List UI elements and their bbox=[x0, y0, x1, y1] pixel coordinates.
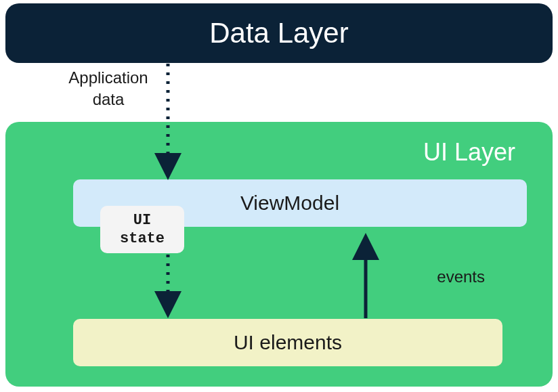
ui-elements-label: UI elements bbox=[234, 331, 342, 354]
ui-layer-box: UI Layer ViewModel UIstate UI elements e… bbox=[5, 122, 553, 387]
data-layer-box: Data Layer bbox=[5, 3, 553, 63]
ui-layer-title: UI Layer bbox=[423, 138, 515, 167]
application-data-label: Application data bbox=[58, 67, 159, 111]
ui-state-label: UIstate bbox=[120, 211, 165, 248]
events-label: events bbox=[437, 267, 485, 286]
viewmodel-label: ViewModel bbox=[240, 192, 339, 215]
ui-state-box: UIstate bbox=[100, 206, 184, 253]
data-layer-title: Data Layer bbox=[209, 17, 348, 49]
ui-elements-box: UI elements bbox=[73, 319, 502, 366]
